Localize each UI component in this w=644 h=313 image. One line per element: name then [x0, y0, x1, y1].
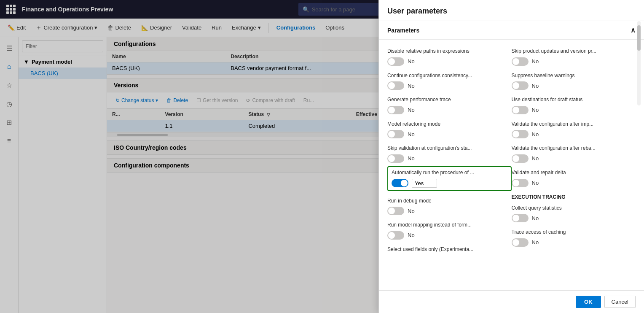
toggle-continue-config[interactable] [387, 81, 404, 90]
param-auto-run: Automatically run the procedure of ... [387, 166, 512, 191]
param-collect-query-stats: Collect query statistics No [512, 202, 636, 226]
toggle-suppress-baseline[interactable] [512, 81, 529, 90]
background-dim [0, 0, 378, 313]
panel-body: Parameters ∧ Disable relative paths in e… [379, 21, 644, 290]
scrollbar-thumb[interactable] [637, 25, 641, 51]
param-validate-rebase: Validate the configuration after reba...… [512, 142, 636, 166]
param-validate-import: Validate the configuration after imp... … [512, 118, 636, 142]
param-debug-mode: Run in debug mode No [387, 194, 512, 219]
toggle-validate-import[interactable] [512, 130, 529, 138]
param-trace-caching: Trace access of caching No [512, 226, 636, 250]
param-skip-product-updates: Skip product updates and version pr... N… [512, 45, 636, 69]
toggle-model-refactoring[interactable] [387, 130, 404, 138]
toggle-use-destinations[interactable] [512, 106, 529, 114]
param-model-refactoring: Model refactoring mode No [387, 118, 512, 142]
toggle-trace-caching[interactable] [512, 238, 529, 247]
toggle-generate-performance[interactable] [387, 106, 404, 114]
panel-title: User parameters [387, 7, 447, 16]
toggle-auto-run[interactable] [392, 179, 408, 187]
ok-button[interactable]: OK [576, 296, 601, 308]
param-generate-performance: Generate performance trace No [387, 93, 512, 118]
scrollbar-track [637, 21, 641, 105]
execution-tracing-label: EXECUTION TRACING [512, 191, 636, 202]
param-use-destinations: Use destinations for draft status No [512, 93, 636, 118]
params-collapse-icon[interactable]: ∧ [631, 26, 636, 34]
params-right-col: Skip product updates and version pr... N… [512, 45, 636, 259]
param-disable-relative-paths: Disable relative paths in expressions No [387, 45, 512, 69]
cancel-button[interactable]: Cancel [604, 296, 636, 308]
param-suppress-baseline: Suppress baseline warnings No [512, 69, 636, 94]
auto-run-value-input[interactable] [412, 179, 437, 188]
toggle-validate-repair[interactable] [512, 179, 529, 187]
param-skip-validation: Skip validation at configuration's sta..… [387, 142, 512, 166]
param-validate-repair-delta: Validate and repair delta No [512, 166, 636, 191]
param-continue-config: Continue configurations consistency... N… [387, 69, 512, 94]
param-select-used-fields: Select used fields only (Experimenta... [387, 243, 512, 259]
param-run-model-mapping: Run model mapping instead of form... No [387, 219, 512, 243]
toggle-debug-mode[interactable] [387, 207, 404, 215]
toggle-skip-product-updates[interactable] [512, 57, 529, 66]
toggle-run-model-mapping[interactable] [387, 231, 404, 240]
panel-header: User parameters [379, 0, 644, 21]
user-parameters-panel: User parameters Parameters ∧ Disable rel… [378, 0, 644, 313]
params-section-header: Parameters ∧ [379, 21, 644, 40]
toggle-skip-validation[interactable] [387, 154, 404, 163]
panel-footer: OK Cancel [379, 290, 644, 313]
params-grid: Disable relative paths in expressions No… [379, 40, 644, 264]
toggle-validate-rebase[interactable] [512, 154, 529, 163]
params-left-col: Disable relative paths in expressions No… [387, 45, 512, 259]
toggle-collect-query[interactable] [512, 214, 529, 222]
toggle-disable-relative-paths[interactable] [387, 57, 404, 66]
